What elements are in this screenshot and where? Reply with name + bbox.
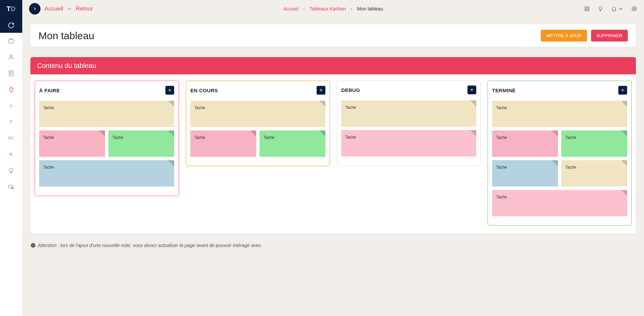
grid-button[interactable]: [584, 6, 590, 12]
delete-button[interactable]: SUPPRIMER: [591, 30, 628, 42]
notes-row: Tache: [39, 160, 174, 187]
refresh-icon: [8, 22, 15, 29]
board-wrap: À FAIRE+TacheTacheTacheTacheEN COURS+Tac…: [30, 74, 636, 234]
sidebar-item-a[interactable]: A: [0, 98, 22, 114]
lightbulb-icon: [597, 6, 603, 12]
svg-point-1: [10, 55, 12, 57]
column-title: TERMINÉ: [492, 88, 516, 93]
title-actions: METTRE À JOUR SUPPRIMER: [541, 30, 628, 42]
kanban-column: DEBUG+TacheTache: [337, 80, 481, 166]
app-logo[interactable]: TD: [0, 0, 22, 18]
topbar-links: Accueil – Retour: [45, 5, 93, 12]
kanban-note[interactable]: Tache: [341, 100, 476, 127]
kanban-note[interactable]: Tache: [341, 130, 476, 156]
bell-icon: [611, 6, 617, 12]
title-card: Mon tableau METTRE À JOUR SUPPRIMER: [30, 24, 636, 47]
notes-row: Tache: [492, 101, 627, 127]
kanban-note[interactable]: Tache: [492, 130, 558, 157]
svg-rect-10: [588, 7, 589, 8]
kanban-note[interactable]: Tache: [492, 160, 558, 187]
page-title: Mon tableau: [38, 30, 94, 42]
gear-icon: [631, 6, 637, 12]
update-button[interactable]: METTRE À JOUR: [541, 30, 587, 42]
chevron-icon: ›: [303, 6, 305, 11]
kanban-columns: À FAIRE+TacheTacheTacheTacheEN COURS+Tac…: [34, 80, 632, 226]
kanban-note[interactable]: Tache: [190, 130, 256, 157]
column-header: TERMINÉ+: [492, 86, 627, 95]
notes-row: Tache: [190, 101, 325, 127]
notifications-button[interactable]: [611, 6, 624, 12]
notes-row: TacheTache: [492, 130, 627, 157]
kanban-note[interactable]: Tache: [190, 101, 325, 127]
add-note-button[interactable]: +: [618, 86, 627, 95]
sidebar: TD A P RV K: [0, 0, 22, 256]
kanban-column: EN COURS+TacheTacheTache: [186, 80, 330, 166]
kanban-note[interactable]: Tache: [39, 160, 174, 187]
notes-row: TacheTache: [190, 130, 325, 157]
column-header: EN COURS+: [190, 86, 325, 95]
settings-button[interactable]: [631, 6, 637, 12]
kanban-note[interactable]: Tache: [39, 101, 174, 127]
column-title: DEBUG: [341, 87, 360, 93]
svg-rect-6: [9, 88, 12, 91]
column-header: DEBUG+: [341, 86, 476, 94]
notes-row: Tache: [39, 101, 174, 127]
refresh-button[interactable]: [0, 18, 22, 33]
breadcrumb-home[interactable]: Accueil: [283, 6, 298, 11]
kanban-note[interactable]: Tache: [561, 130, 627, 157]
svg-rect-12: [588, 9, 589, 11]
watch-icon: [8, 86, 15, 93]
link-accueil[interactable]: Accueil: [45, 5, 63, 12]
add-note-button[interactable]: +: [317, 86, 325, 95]
kanban-column: À FAIRE+TacheTacheTacheTache: [34, 80, 179, 196]
link-retour[interactable]: Retour: [76, 5, 93, 12]
notes-row: Tache: [341, 100, 476, 127]
sidebar-item-doc[interactable]: [0, 65, 22, 81]
breadcrumb: Accueil › Tableaux Kanban › Mon tableau: [283, 6, 383, 11]
chevron-icon: ›: [351, 6, 352, 11]
kanban-note[interactable]: Tache: [260, 130, 325, 157]
cash-icon: [8, 184, 15, 190]
svg-rect-11: [585, 9, 587, 11]
briefcase-icon: [8, 38, 15, 44]
main-content: Mon tableau METTRE À JOUR SUPPRIMER Cont…: [22, 0, 644, 256]
grid-icon: [584, 6, 590, 12]
lightbulb-icon: [8, 167, 15, 174]
sidebar-item-idea[interactable]: [0, 163, 22, 179]
kanban-note[interactable]: Tache: [492, 190, 627, 216]
kanban-note[interactable]: Tache: [492, 101, 627, 127]
svg-rect-9: [585, 7, 587, 8]
sidebar-item-briefcase[interactable]: [0, 33, 22, 49]
section-header: Contenu du tableau: [30, 57, 636, 74]
kanban-note[interactable]: Tache: [39, 130, 105, 157]
column-title: EN COURS: [190, 88, 218, 93]
column-header: À FAIRE+: [39, 86, 174, 95]
svg-text:i: i: [33, 244, 34, 247]
chevron-right-icon: [32, 6, 37, 11]
sidebar-item-p[interactable]: P: [0, 114, 22, 130]
tips-button[interactable]: [597, 6, 603, 12]
sidebar-item-rv[interactable]: RV: [0, 130, 22, 146]
breadcrumb-kanban[interactable]: Tableaux Kanban: [310, 6, 346, 11]
info-icon: i: [30, 243, 36, 248]
hint-message: i Attention : lors de l'ajout d'une nouv…: [30, 243, 636, 248]
kanban-note[interactable]: Tache: [561, 160, 627, 187]
sidebar-item-profile[interactable]: [0, 49, 22, 65]
notes-row: TacheTache: [492, 160, 627, 187]
breadcrumb-current: Mon tableau: [357, 6, 383, 11]
sidebar-item-k[interactable]: K: [0, 146, 22, 163]
topbar-right: [584, 6, 637, 12]
add-note-button[interactable]: +: [165, 86, 174, 95]
document-icon: [8, 70, 15, 77]
kanban-column: TERMINÉ+TacheTacheTacheTacheTacheTache: [487, 80, 632, 226]
svg-rect-7: [8, 185, 12, 188]
user-icon: [8, 54, 15, 60]
notes-row: Tache: [492, 190, 627, 216]
nav-toggle-button[interactable]: [29, 3, 41, 15]
sidebar-item-watch[interactable]: [0, 81, 22, 98]
sidebar-item-cash[interactable]: [0, 179, 22, 195]
chevron-down-icon: [618, 6, 624, 12]
add-note-button[interactable]: +: [467, 86, 476, 94]
topbar-separator: –: [68, 5, 71, 12]
kanban-note[interactable]: Tache: [108, 130, 174, 157]
